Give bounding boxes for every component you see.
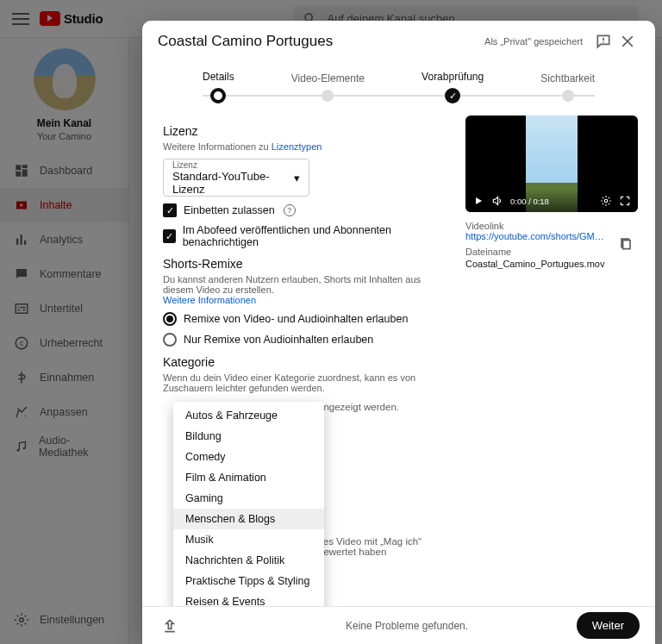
nav-label: Einnahmen [40, 372, 94, 384]
filename-label: Dateiname [465, 247, 638, 257]
category-option[interactable]: Menschen & Blogs [173, 509, 324, 529]
radio-label: Remixe von Video- und Audioinhalten erla… [184, 313, 408, 325]
nav-label: Einstellungen [40, 614, 104, 626]
category-heading: Kategorie [163, 355, 447, 369]
modal-title: Coastal Camino Portugues [158, 33, 484, 50]
step-label: Details [203, 71, 234, 83]
help-icon[interactable]: ? [284, 204, 296, 216]
channel-handle: Your Camino [0, 131, 128, 141]
category-option[interactable]: Nachrichten & Politik [173, 550, 324, 571]
copy-link-button[interactable] [614, 231, 638, 255]
nav-label: Audio-Mediathek [39, 435, 115, 459]
videolink-label: Videolink [465, 221, 638, 231]
license-types-link[interactable]: Lizenztypen [272, 141, 322, 152]
step-label: Video-Elemente [291, 72, 365, 84]
remix-hint: Du kannst anderen Nutzern erlauben, Shor… [163, 274, 447, 305]
nav-audio[interactable]: Audio-Mediathek [0, 429, 128, 464]
nav-settings[interactable]: Einstellungen [0, 603, 128, 637]
hamburger-menu[interactable] [12, 13, 29, 25]
category-hint: Wenn du dein Video einer Kategorie zuord… [163, 372, 447, 393]
svg-point-4 [17, 449, 20, 452]
checkbox-label: Im Abofeed veröffentlichen und Abonnente… [183, 224, 447, 248]
step-video-elements[interactable]: Video-Elemente [291, 72, 365, 102]
category-option[interactable]: Autos & Fahrzeuge [173, 405, 324, 426]
license-hint: Weitere Informationen zu Lizenztypen [163, 141, 447, 152]
license-select[interactable]: Lizenz Standard-YouTube-Lizenz ▾ [163, 159, 309, 197]
feedback-button[interactable] [591, 29, 615, 53]
license-field-label: Lizenz [172, 160, 300, 170]
fullscreen-icon[interactable] [619, 195, 631, 207]
youtube-play-icon [40, 11, 60, 26]
category-option[interactable]: Reisen & Events [173, 591, 324, 606]
nav-label: Inhalte [40, 199, 72, 211]
remix-audio-only-radio[interactable]: Nur Remixe von Audioinhalten erlauben [163, 333, 447, 347]
nav-copyright[interactable]: cUrheberrecht [0, 326, 128, 360]
nav-comments[interactable]: Kommentare [0, 257, 128, 291]
chevron-down-icon: ▾ [294, 172, 300, 184]
hidden-content-fragment: ses Video mit „Mag ich" bewertet haben [318, 536, 447, 557]
checkbox-checked-icon: ✓ [163, 203, 177, 217]
brand-text: Studio [64, 11, 103, 26]
remix-heading: Shorts-Remixe [163, 257, 447, 271]
video-time: 0:00 / 0:18 [510, 197, 549, 206]
nav-subtitles[interactable]: Untertitel [0, 291, 128, 326]
step-label: Vorabprüfung [422, 71, 484, 83]
category-option[interactable]: Film & Animation [173, 467, 324, 488]
remix-more-info-link[interactable]: Weitere Informationen [163, 295, 256, 305]
license-heading: Lizenz [163, 124, 447, 138]
upload-stepper: Details Video-Elemente Vorabprüfung Sich… [142, 62, 655, 112]
radio-label: Nur Remixe von Audioinhalten erlauben [184, 334, 373, 346]
category-option[interactable]: Comedy [173, 447, 324, 467]
svg-point-7 [604, 199, 608, 203]
nav-earn[interactable]: Einnahmen [0, 360, 128, 395]
svg-point-2 [17, 408, 19, 410]
nav-label: Urheberrecht [40, 337, 103, 349]
radio-unchecked-icon [163, 333, 177, 347]
checkbox-label: Einbetten zulassen [184, 204, 275, 216]
volume-icon[interactable] [491, 195, 503, 207]
category-option[interactable]: Gaming [173, 488, 324, 509]
nav-dashboard[interactable]: Dashboard [0, 153, 128, 188]
filename-value: Coastal_Camino_Portugues.mov [465, 259, 638, 269]
svg-text:c: c [20, 340, 23, 347]
radio-checked-icon [163, 312, 177, 326]
nav-label: Dashboard [40, 165, 92, 177]
embed-checkbox[interactable]: ✓ Einbetten zulassen ? [163, 203, 447, 217]
gear-icon[interactable] [600, 195, 612, 207]
license-field-value: Standard-YouTube-Lizenz [172, 170, 300, 196]
svg-point-6 [20, 618, 24, 622]
video-preview[interactable]: 0:00 / 0:18 [465, 116, 638, 212]
studio-logo[interactable]: Studio [40, 11, 103, 26]
channel-name: Mein Kanal [0, 117, 128, 129]
play-icon[interactable] [472, 195, 484, 207]
nav-label: Kommentare [40, 268, 102, 280]
nav-label: Analytics [40, 234, 83, 246]
next-button[interactable]: Weiter [577, 612, 640, 639]
category-option[interactable]: Bildung [173, 426, 324, 447]
svg-point-5 [23, 447, 26, 450]
step-checks[interactable]: Vorabprüfung [422, 71, 484, 103]
video-details-modal: Coastal Camino Portugues Als „Privat" ge… [142, 21, 655, 644]
category-option[interactable]: Praktische Tipps & Styling [173, 571, 324, 591]
upload-status-icon [158, 614, 182, 638]
nav-customize[interactable]: Anpassen [0, 395, 128, 429]
svg-point-3 [25, 416, 27, 417]
nav-label: Anpassen [40, 406, 88, 418]
step-details[interactable]: Details [203, 71, 234, 103]
publish-feed-checkbox[interactable]: ✓ Im Abofeed veröffentlichen und Abonnen… [163, 224, 447, 248]
hidden-content-fragment: angezeigt werden. [318, 402, 447, 412]
nav-analytics[interactable]: Analytics [0, 222, 128, 257]
step-visibility[interactable]: Sichtbarkeit [540, 72, 595, 102]
checkbox-checked-icon: ✓ [163, 229, 176, 243]
category-option[interactable]: Musik [173, 529, 324, 550]
remix-av-radio[interactable]: Remixe von Video- und Audioinhalten erla… [163, 312, 447, 326]
category-dropdown[interactable]: Autos & FahrzeugeBildungComedyFilm & Ani… [173, 402, 324, 606]
footer-status: Keine Probleme gefunden. [346, 620, 568, 632]
channel-avatar[interactable] [34, 48, 96, 110]
videolink-value[interactable]: https://youtube.com/shorts/GM… [465, 231, 604, 241]
close-button[interactable] [615, 29, 640, 53]
nav-content[interactable]: Inhalte [0, 188, 128, 222]
save-status: Als „Privat" gespeichert [484, 36, 583, 47]
step-label: Sichtbarkeit [540, 72, 595, 84]
nav-label: Untertitel [40, 303, 83, 315]
